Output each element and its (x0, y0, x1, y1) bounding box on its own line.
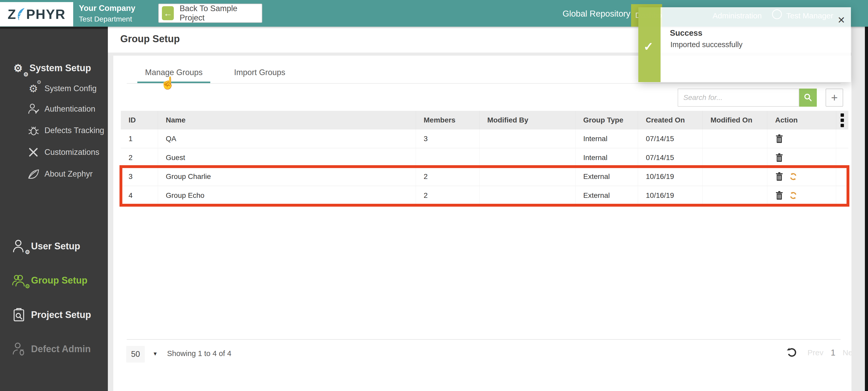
cell-name: Guest (158, 148, 416, 167)
column-menu[interactable] (836, 111, 848, 130)
sidebar-item-project-setup[interactable]: Project Setup (9, 307, 91, 323)
toast-title: Success (670, 28, 703, 38)
scrollbar-gutter[interactable] (851, 27, 865, 391)
sidebar-item-authentication[interactable]: Authentication (26, 102, 95, 116)
delete-icon[interactable] (775, 134, 783, 143)
sidebar-item-defects-tracking[interactable]: Defects Tracking (26, 124, 104, 137)
chevron-down-icon[interactable]: ▼ (153, 351, 158, 357)
success-toast: ✓ Success Imported successfully ✕ (638, 7, 851, 82)
cell-modified-on (703, 148, 767, 167)
table-row[interactable]: 2 Guest Internal 07/14/15 (121, 148, 848, 167)
page-size-select[interactable]: 50 (126, 346, 145, 363)
cell-action (767, 167, 836, 186)
back-to-sample-project-button[interactable]: ← Back To Sample Project (158, 4, 262, 23)
zephyr-logo: Z PHYR (0, 2, 73, 26)
cell-id: 3 (121, 167, 158, 186)
prev-page-button[interactable]: Prev (807, 348, 824, 357)
sidebar: ⚙⚙ System Setup ⚙⚙ System Config Authent… (0, 27, 108, 391)
cell-created-on: 07/14/15 (638, 130, 703, 148)
cell-modified-by (479, 148, 575, 167)
person-bug-icon (9, 341, 29, 357)
cell-group-type: Internal (575, 130, 638, 148)
cell-name: Group Echo (158, 186, 416, 204)
sync-icon[interactable] (789, 191, 797, 200)
cell-action (767, 130, 836, 148)
cell-name: Group Charlie (158, 167, 416, 186)
delete-icon[interactable] (775, 172, 783, 181)
delete-icon[interactable] (775, 191, 783, 200)
user-gear-icon: ⚙ (9, 239, 29, 254)
company-block: Your Company Test Department (79, 3, 135, 24)
header-created-on[interactable]: Created On (638, 111, 703, 130)
cell-id: 4 (121, 186, 158, 204)
header-action: Action (767, 111, 836, 130)
delete-icon[interactable] (775, 153, 783, 162)
app-screen: Z PHYR Your Company Test Department ← Ba… (0, 0, 868, 391)
search-button[interactable] (799, 89, 817, 107)
page-title: Group Setup (120, 33, 180, 45)
current-page[interactable]: 1 (831, 348, 835, 358)
cell-id: 1 (121, 130, 158, 148)
cell-modified-on (703, 130, 767, 148)
cell-action (767, 148, 836, 167)
header-modified-on[interactable]: Modified On (703, 111, 767, 130)
header-group-type[interactable]: Group Type (575, 111, 638, 130)
cell-members: 2 (416, 186, 479, 204)
cell-id: 2 (121, 148, 158, 167)
crossed-pencils-icon (26, 145, 41, 159)
header-members[interactable]: Members (416, 111, 479, 130)
content-card: Manage Groups Import Groups ☝ + ID Name … (113, 56, 851, 391)
cell-created-on: 10/16/19 (638, 167, 703, 186)
header-name[interactable]: Name (158, 111, 416, 130)
sidebar-item-system-setup[interactable]: ⚙⚙ System Setup (9, 60, 91, 76)
groups-table: ID Name Members Modified By Group Type C… (121, 111, 848, 205)
cell-group-type: Internal (575, 148, 638, 167)
cell-group-type: External (575, 186, 638, 204)
zephyr-feather-icon (17, 7, 26, 21)
refresh-icon[interactable] (786, 347, 798, 358)
success-check-icon: ✓ (644, 39, 654, 54)
sidebar-item-customizations[interactable]: Customizations (26, 145, 99, 159)
table-row[interactable]: 3 Group Charlie 2 External 10/16/19 (121, 167, 848, 186)
group-gear-icon: ⚙ (9, 273, 29, 288)
table-row[interactable]: 1 QA 3 Internal 07/14/15 (121, 130, 848, 148)
header-modified-by[interactable]: Modified By (479, 111, 575, 130)
sidebar-item-about-zephyr[interactable]: About Zephyr (26, 167, 93, 181)
sync-icon[interactable] (789, 172, 797, 181)
search-icon (803, 93, 813, 102)
sidebar-item-group-setup[interactable]: ⚙ Group Setup (9, 273, 87, 288)
zephyr-logo-text: Z PHYR (7, 6, 65, 22)
global-repository-label: Global Repository (562, 9, 630, 19)
cell-name: QA (158, 130, 416, 148)
cell-modified-by (479, 186, 575, 204)
gears-icon: ⚙⚙ (9, 60, 27, 76)
person-check-icon (26, 102, 41, 116)
cell-members: 2 (416, 167, 479, 186)
add-group-button[interactable]: + (826, 89, 843, 107)
pagination-summary: Showing 1 to 4 of 4 (167, 349, 231, 358)
bug-icon (26, 124, 41, 137)
close-icon[interactable]: ✕ (837, 16, 845, 25)
logo-letter-z: Z (7, 6, 16, 22)
tab-strip-border (127, 83, 841, 84)
sidebar-item-defect-admin[interactable]: Defect Admin (9, 341, 91, 357)
back-arrow-icon: ← (162, 6, 174, 20)
footer-divider (127, 339, 841, 340)
sidebar-item-system-config[interactable]: ⚙⚙ System Config (26, 81, 97, 96)
search-input[interactable] (678, 89, 799, 107)
tab-import-groups[interactable]: Import Groups (223, 63, 296, 82)
hand-cursor-icon: ☝ (160, 76, 175, 90)
feather-icon (26, 167, 41, 181)
company-name: Your Company (79, 3, 135, 14)
cell-action (767, 186, 836, 204)
cell-modified-by (479, 130, 575, 148)
window-edge (865, 0, 868, 391)
kebab-menu-icon[interactable] (841, 113, 844, 127)
table-row[interactable]: 4 Group Echo 2 External 10/16/19 (121, 186, 848, 205)
cell-modified-by (479, 167, 575, 186)
header-id[interactable]: ID (121, 111, 158, 130)
cell-created-on: 10/16/19 (638, 186, 703, 204)
cell-members (416, 148, 479, 167)
cell-members: 3 (416, 130, 479, 148)
sidebar-item-user-setup[interactable]: ⚙ User Setup (9, 239, 80, 254)
